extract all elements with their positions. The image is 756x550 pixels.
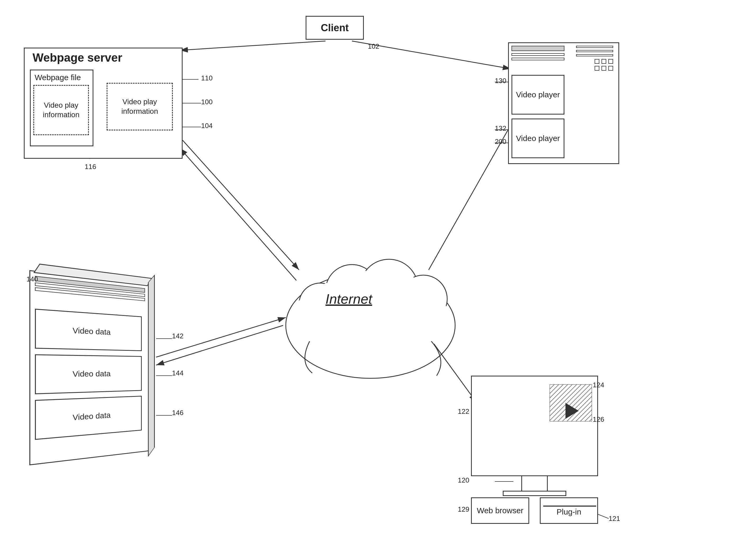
svg-line-17 xyxy=(434,344,476,402)
client-box: Client xyxy=(306,16,364,40)
drive-slot-r2 xyxy=(576,50,613,52)
svg-line-14 xyxy=(183,140,299,270)
svg-line-16 xyxy=(429,111,519,270)
video-play-info-outer-label: Video play information xyxy=(107,97,172,116)
video-player-1-label: Video player xyxy=(516,89,560,100)
svg-point-2 xyxy=(286,272,455,378)
svg-line-19 xyxy=(156,325,283,365)
client-monitor xyxy=(471,376,598,476)
svg-point-11 xyxy=(402,277,445,321)
video-player-2-label: Video player xyxy=(516,133,560,144)
ref-126: 126 xyxy=(593,415,604,424)
plugin-line xyxy=(543,506,596,507)
drive-slot-3 xyxy=(511,58,564,60)
video-play-info-inner-box: Video play information xyxy=(33,85,89,135)
monitor-base xyxy=(503,491,566,496)
video-data-2-label: Video data xyxy=(73,369,111,379)
drive-slot-r1 xyxy=(576,46,613,48)
ref-122: 122 xyxy=(458,407,469,416)
ref-144: 144 xyxy=(172,369,183,377)
webpage-file-box: Webpage file Video play information xyxy=(30,70,93,146)
light-3 xyxy=(608,59,613,64)
ref-120: 120 xyxy=(458,476,469,484)
ref-200: 200 xyxy=(495,138,506,146)
light-2 xyxy=(601,59,606,64)
webpage-server-box: Webpage server Webpage file Video play i… xyxy=(24,48,183,159)
ref-121: 121 xyxy=(609,515,620,523)
video-screen-area xyxy=(550,384,592,421)
video-play-info-inner-label: Video play information xyxy=(34,101,88,120)
ref-110: 110 xyxy=(201,74,212,82)
ref-124: 124 xyxy=(593,381,604,389)
ref-132: 132 xyxy=(495,124,506,133)
ref-116: 116 xyxy=(85,163,96,171)
video-data-3-box: Video data xyxy=(35,396,142,440)
client-computer-box: Video player Video player xyxy=(508,42,619,164)
ref-102: 102 xyxy=(368,42,379,51)
indicator-lights xyxy=(595,59,613,64)
tower-side-face xyxy=(148,275,155,457)
video-server-tower: Video data Video data Video data xyxy=(29,270,149,465)
ref-146: 146 xyxy=(172,409,183,417)
video-data-2-box: Video data xyxy=(35,354,142,394)
svg-point-10 xyxy=(362,261,416,315)
ref-130: 130 xyxy=(495,77,506,85)
webpage-server-label: Webpage server xyxy=(33,51,122,64)
svg-line-15 xyxy=(180,148,296,280)
plugin-label-container: Plug-in xyxy=(543,507,595,516)
ref-142: 142 xyxy=(172,332,183,340)
hatch-pattern-svg xyxy=(550,384,592,421)
client-label: Client xyxy=(321,22,349,34)
video-play-info-outer-box: Video play information xyxy=(107,83,173,130)
webpage-file-label: Webpage file xyxy=(35,73,81,82)
ref-104: 104 xyxy=(201,122,212,130)
light-6 xyxy=(608,66,613,71)
svg-line-12 xyxy=(180,41,325,50)
light-1 xyxy=(595,59,599,64)
drive-slot-1 xyxy=(511,46,564,51)
web-browser-box: Web browser xyxy=(471,497,529,524)
plugin-label: Plug-in xyxy=(556,507,581,516)
svg-point-5 xyxy=(360,259,418,317)
ref-129: 129 xyxy=(458,505,469,513)
plugin-box: Plug-in xyxy=(540,497,598,524)
diagram: Client 102 Webpage server Webpage file V… xyxy=(0,0,756,550)
video-data-3-label: Video data xyxy=(73,411,111,422)
video-data-1-label: Video data xyxy=(73,326,111,337)
indicator-lights-2 xyxy=(595,66,613,71)
light-5 xyxy=(601,66,606,71)
svg-point-7 xyxy=(288,275,452,376)
drive-slot-2 xyxy=(511,53,564,56)
video-player-1-box: Video player xyxy=(511,75,564,115)
svg-point-6 xyxy=(400,275,447,323)
video-player-2-box: Video player xyxy=(511,119,564,158)
svg-rect-38 xyxy=(550,384,592,421)
internet-label: Internet xyxy=(325,291,372,307)
light-4 xyxy=(595,66,599,71)
ref-100: 100 xyxy=(201,98,212,106)
ref-140: 140 xyxy=(26,275,38,283)
web-browser-label: Web browser xyxy=(477,505,523,516)
monitor-stand xyxy=(521,476,548,492)
video-data-1-box: Video data xyxy=(35,309,142,351)
drive-slot-r3 xyxy=(576,54,613,56)
